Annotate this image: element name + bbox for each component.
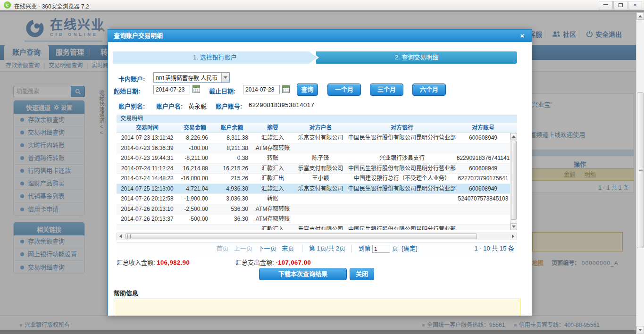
table-section-title: 交易明细 (117, 115, 517, 123)
window-border (0, 10, 644, 12)
goto-confirm-link[interactable]: [确定] (401, 245, 417, 252)
browser-icon: e (4, 1, 11, 8)
column-header: 账户余额 (212, 123, 252, 133)
scroll-left-button[interactable] (117, 233, 124, 240)
cell-account: 600608949 (456, 133, 510, 143)
pagination: 首页 上一页 下一页 末页 │ 第 1页/共 2页 │ 到第 页 [确定] 1 … (117, 242, 517, 254)
table-scroll-down[interactable] (510, 223, 517, 230)
chevron-down-icon (221, 73, 229, 82)
end-date-input[interactable] (243, 85, 280, 94)
cell-bank (348, 214, 456, 224)
cell-amount: 4,721.04 (178, 184, 212, 194)
cell-summary: ATM存取转账 (252, 143, 293, 153)
cell-bank (348, 143, 456, 153)
cell-amount: -16,000.00 (178, 174, 212, 184)
help-title: 帮助信息 (114, 288, 138, 297)
cell-amount: -8,211.00 (178, 153, 212, 163)
cell-amount: -500.00 (178, 214, 212, 224)
cell-balance: 0.38 (212, 153, 252, 163)
three-month-button[interactable]: 三个月 (370, 84, 403, 96)
cell-counterparty: 陈子锋 (293, 153, 348, 163)
cell-bank (348, 204, 456, 214)
table-row[interactable]: 汇款汇入 乐富支付有限公司 中国民生银行股份有限公司昆明分行营业部 (117, 225, 510, 231)
cell-summary: 汇款汇入 (252, 184, 293, 194)
minimize-button[interactable] (599, 1, 613, 9)
cell-amount: -100.00 (178, 143, 212, 153)
h-scroll-thumb[interactable] (125, 234, 477, 239)
cell-time: 2014-07-26 20:12:58 (117, 194, 178, 204)
cell-counterparty (293, 204, 348, 214)
table-row[interactable]: 2014-07-26 20:12:58 -1,900.00 3,036.30 转… (117, 194, 510, 204)
vertical-scrollbar[interactable] (636, 12, 644, 334)
goto-label: 到第 (358, 245, 370, 252)
column-header: 摘要 (252, 123, 293, 133)
close-dialog-button[interactable]: 关闭 (350, 268, 374, 280)
table-scroll-up[interactable] (510, 133, 517, 140)
last-page-link[interactable]: 末页 (282, 245, 294, 252)
cell-time: 2014-07-24 14:48:22 (117, 174, 178, 184)
table-row[interactable]: 2014-07-23 16:36:39 -100.00 8,211.38 ATM… (117, 143, 510, 154)
cell-time: 2014-07-23 16:36:39 (117, 143, 178, 153)
cell-time: 2014-07-24 11:12:24 (117, 164, 178, 174)
calendar-icon[interactable] (192, 85, 200, 93)
help-box (114, 299, 520, 316)
column-header: 交易时间 (117, 123, 178, 133)
goto-suffix: 页 (392, 245, 398, 252)
expense-value: -107,067.00 (276, 259, 311, 266)
start-date-input[interactable] (153, 85, 190, 94)
cell-summary: 汇款汇出 (252, 174, 293, 184)
page-info: 第 1页/共 2页 (309, 245, 345, 252)
cell-balance: 8,311.38 (212, 133, 252, 143)
horizontal-scrollbar[interactable] (117, 233, 517, 240)
maximize-button[interactable] (613, 1, 627, 9)
cell-time: 2014-07-25 12:13:00 (117, 184, 178, 194)
table-row[interactable]: 2014-07-25 12:13:00 4,721.04 4,936.30 汇款… (117, 184, 510, 194)
query-button[interactable]: 查询 (297, 84, 318, 96)
scrollbar-thumb[interactable] (637, 92, 644, 248)
income-label: 汇总收入金额: (117, 259, 155, 266)
table-body: 2014-07-23 13:11:42 8,226.96 8,311.38 汇款… (117, 133, 517, 230)
table-row[interactable]: 2014-07-23 19:44:31 -8,211.00 0.38 转账 陈子… (117, 153, 510, 164)
table-row[interactable]: 2014-07-24 14:48:22 -16,000.00 215.26 汇款… (117, 174, 510, 184)
close-window-button[interactable]: × (628, 1, 642, 9)
cell-balance: 215.26 (212, 174, 252, 184)
table-row[interactable]: 2014-07-26 20:13:10 -2,500.00 536.30 ATM… (117, 204, 510, 215)
dialog-close-icon[interactable]: × (518, 30, 527, 42)
cell-amount: -1,900.00 (178, 194, 212, 204)
cell-amount (178, 225, 212, 231)
cell-counterparty (293, 214, 348, 224)
table-scrollbar[interactable] (510, 133, 517, 230)
browser-titlebar: e 在线兴业 - 360安全浏览器 7.2 × (0, 0, 644, 10)
scroll-right-button[interactable] (510, 233, 517, 240)
account-number-label: 账户账号: (216, 101, 242, 110)
download-results-button[interactable]: 下载本次查询结果 (259, 268, 347, 280)
cell-time: 2014-07-23 19:44:31 (117, 153, 178, 163)
alias-label: 账户别名: (118, 101, 145, 110)
cell-balance (212, 225, 252, 231)
one-month-button[interactable]: 一个月 (327, 84, 361, 96)
cell-counterparty: 乐富支付有限公司 (293, 133, 348, 143)
expense-label: 汇总支出金额: (235, 259, 274, 266)
table-scroll-thumb[interactable] (511, 141, 517, 220)
account-select-label: 卡内账户: (118, 74, 145, 83)
next-page-link[interactable]: 下一页 (258, 245, 276, 252)
cell-bank: 中国民生银行股份有限公司昆明分行营业部 (348, 225, 456, 231)
cell-summary: 转账 (252, 153, 293, 163)
account-select[interactable]: 001活期储蓄存款 人民币 (153, 72, 230, 83)
first-page-link[interactable]: 首页 (216, 245, 228, 252)
account-number-value: 622908183953814017 (249, 101, 314, 109)
cell-time (117, 225, 178, 231)
prev-page-link[interactable]: 上一页 (234, 245, 252, 252)
table-row[interactable]: 2014-07-24 11:12:24 16,214.88 16,215.26 … (117, 164, 510, 174)
goto-page-input[interactable] (372, 245, 390, 253)
scroll-up-button[interactable] (636, 12, 644, 20)
scroll-down-button[interactable] (636, 326, 644, 334)
cell-account (456, 225, 510, 231)
cell-counterparty (293, 194, 348, 204)
cell-time: 2014-07-26 20:13:10 (117, 204, 178, 214)
table-row[interactable]: 2014-07-23 13:11:42 8,226.96 8,311.38 汇款… (117, 133, 510, 143)
calendar-icon[interactable] (282, 85, 290, 93)
six-month-button[interactable]: 六个月 (412, 84, 446, 96)
cell-summary: ATM存取转账 (252, 214, 293, 224)
table-row[interactable]: 2014-07-26 20:13:37 -500.00 36.30 ATM存取转… (117, 214, 510, 225)
